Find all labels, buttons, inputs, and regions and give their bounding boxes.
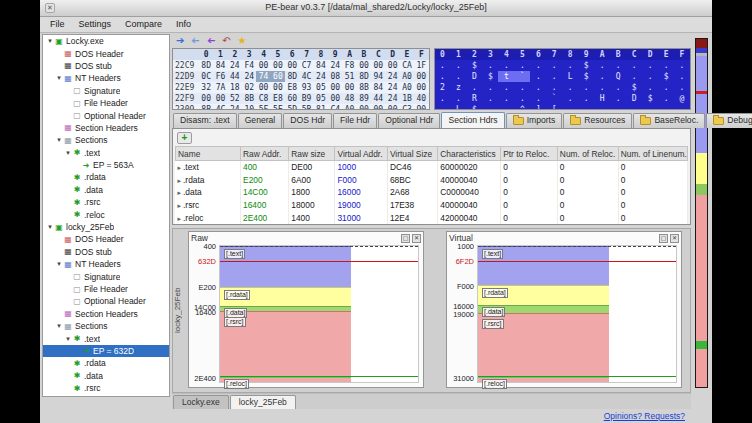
tree-item-reloc[interactable]: ✱.reloc xyxy=(43,208,169,220)
hex-byte[interactable]: 5F xyxy=(256,104,270,110)
hex-char[interactable]: . xyxy=(530,60,546,71)
table-row[interactable]: ▸.data14C001800160002A68C0000040000 xyxy=(176,186,688,199)
hex-char[interactable]: . xyxy=(562,82,578,93)
hex-byte[interactable]: C8 xyxy=(256,93,270,104)
hex-char[interactable]: _ xyxy=(498,104,514,110)
hex-byte[interactable]: 0C xyxy=(199,71,213,82)
table-row[interactable]: ▸.text400DE001000DC4660000020000 xyxy=(176,161,688,174)
hex-char[interactable]: . xyxy=(594,104,610,110)
hex-byte[interactable]: 44 xyxy=(371,93,385,104)
tab-debug[interactable]: Debug xyxy=(706,113,752,128)
hex-byte[interactable]: C7 xyxy=(299,60,313,71)
hex-byte[interactable]: 00 xyxy=(385,104,399,110)
hex-char[interactable]: $ xyxy=(466,104,482,110)
hex-byte[interactable]: 4C xyxy=(299,71,313,82)
expander-icon[interactable]: ▾ xyxy=(55,74,63,82)
hex-char[interactable]: . xyxy=(642,60,658,71)
hex-char[interactable]: . xyxy=(482,93,498,104)
tree-item-locky-exe[interactable]: ▾▣Locky.exe xyxy=(43,35,169,47)
hex-char[interactable]: . xyxy=(610,93,626,104)
close-button[interactable]: ✕ xyxy=(670,234,679,243)
tab-basereloc[interactable]: BaseReloc. xyxy=(633,113,705,128)
hex-char[interactable]: . xyxy=(435,60,451,71)
row-expand-icon[interactable]: ▸ xyxy=(178,202,182,209)
hex-char[interactable]: . xyxy=(450,60,466,71)
hex-byte[interactable]: 18 xyxy=(228,82,242,93)
expander-icon[interactable]: ▾ xyxy=(64,149,72,157)
tree-item-sections[interactable]: ▾▦Sections xyxy=(43,134,169,146)
hex-char[interactable]: D xyxy=(626,93,642,104)
hex-byte[interactable]: 8D xyxy=(285,71,299,82)
hex-char[interactable]: $ xyxy=(482,71,498,82)
expander-icon[interactable]: ▾ xyxy=(55,260,63,268)
hex-byte[interactable]: 52 xyxy=(228,93,242,104)
hex-byte[interactable]: 02 xyxy=(242,82,256,93)
hex-char[interactable]: . xyxy=(594,71,610,82)
hex-byte[interactable]: 00 xyxy=(328,93,342,104)
hex-char[interactable]: . xyxy=(610,104,626,110)
tree-item-optional-header[interactable]: ▢Optional Header xyxy=(43,109,169,121)
hex-byte[interactable]: 8B xyxy=(242,93,256,104)
hex-char[interactable]: . xyxy=(498,93,514,104)
hex-byte[interactable]: 93 xyxy=(299,82,313,93)
tree-item-dos-header[interactable]: ▦DOS Header xyxy=(43,233,169,245)
tab-disasm-text[interactable]: Disasm: .text xyxy=(173,113,237,128)
hex-byte[interactable]: 00 xyxy=(414,82,428,93)
hex-char[interactable]: . xyxy=(514,93,530,104)
hex-byte[interactable]: C4 xyxy=(328,104,342,110)
hex-char[interactable]: L xyxy=(562,71,578,82)
hex-byte[interactable]: 60 xyxy=(285,93,299,104)
tree-item-nt-headers[interactable]: ▾▦NT Headers xyxy=(43,72,169,84)
hex-char[interactable]: . xyxy=(546,71,562,82)
hex-char[interactable]: ` xyxy=(514,71,530,82)
tree-item-section-headers[interactable]: ▦Section Headers xyxy=(43,122,169,134)
expander-icon[interactable]: ▾ xyxy=(64,335,72,343)
tree-item-reloc[interactable]: ✱.reloc xyxy=(43,394,169,397)
table-row[interactable]: ▸.rdataE2006A00F00068BC40000040000 xyxy=(176,174,688,187)
hex-char[interactable]: . xyxy=(626,104,642,110)
hex-char[interactable]: $ xyxy=(658,71,674,82)
hex-char[interactable]: . xyxy=(642,71,658,82)
hex-byte[interactable]: 24 xyxy=(385,71,399,82)
hex-byte[interactable]: 00 xyxy=(371,104,385,110)
hex-byte[interactable]: 7A xyxy=(213,82,227,93)
window-close-button[interactable]: ✕ xyxy=(45,3,55,13)
hex-char[interactable]: . xyxy=(450,93,466,104)
tree-item-dos-stub[interactable]: ▦DOS stub xyxy=(43,246,169,258)
hex-char[interactable]: . xyxy=(626,60,642,71)
hex-char[interactable]: $ xyxy=(626,82,642,93)
hex-char[interactable]: . xyxy=(562,60,578,71)
hex-char[interactable]: . xyxy=(594,82,610,93)
hex-byte[interactable]: A0 xyxy=(400,71,414,82)
hex-char[interactable]: [ xyxy=(546,104,562,110)
hex-byte[interactable]: 08 xyxy=(328,71,342,82)
hex-view-bytes[interactable]: 0123456789ABCDEF22C98D8424F4000000C78424… xyxy=(172,48,430,110)
hex-char[interactable]: . xyxy=(658,60,674,71)
row-expand-icon[interactable]: ▸ xyxy=(178,215,182,222)
tree-item-optional-header[interactable]: ▢Optional Header xyxy=(43,295,169,307)
undock-button[interactable]: ▢ xyxy=(401,234,410,243)
hex-byte[interactable]: 84 xyxy=(371,82,385,93)
go-forward-icon[interactable]: ➔ xyxy=(176,35,184,47)
tree-item-dos-header[interactable]: ▦DOS Header xyxy=(43,47,169,59)
hex-byte[interactable]: 8B xyxy=(199,104,213,110)
hex-char[interactable]: . xyxy=(674,60,690,71)
hex-char[interactable]: . xyxy=(674,104,690,110)
jump-address-icon[interactable]: ➔ xyxy=(207,35,215,47)
feedback-link[interactable]: Opinions? Requests? xyxy=(604,411,685,421)
bookmark-icon[interactable]: ★ xyxy=(238,35,247,47)
menu-item-settings[interactable]: Settings xyxy=(72,17,119,32)
hex-char[interactable]: . xyxy=(546,60,562,71)
hex-char[interactable]: $ xyxy=(642,93,658,104)
hex-byte[interactable]: 24 xyxy=(228,60,242,71)
hex-byte[interactable]: 24 xyxy=(314,71,328,82)
hex-byte[interactable]: F4 xyxy=(242,60,256,71)
hex-byte[interactable]: 5B xyxy=(299,104,313,110)
tree-item-locky-25feb[interactable]: ▾▣locky_25Feb xyxy=(43,221,169,233)
tree-item-dos-stub[interactable]: ▦DOS stub xyxy=(43,60,169,72)
go-back-icon[interactable]: ➔ xyxy=(191,35,199,47)
undock-button[interactable]: ▢ xyxy=(659,234,668,243)
hex-byte[interactable]: 1F xyxy=(414,60,428,71)
hex-byte[interactable]: A0 xyxy=(342,104,356,110)
tree-item-file-header[interactable]: ▢File Header xyxy=(43,97,169,109)
